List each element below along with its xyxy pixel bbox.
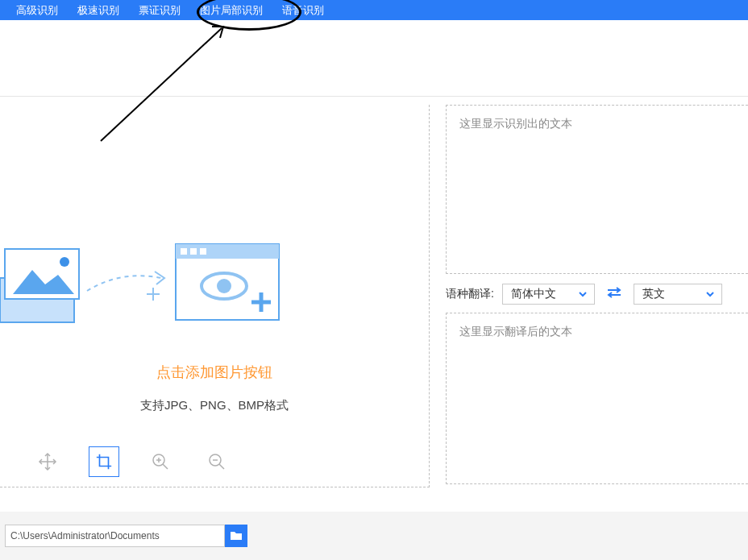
- move-icon: [38, 452, 57, 471]
- zoom-out-icon: [207, 452, 226, 471]
- tab-ticket-ocr[interactable]: 票证识别: [129, 0, 190, 20]
- svg-rect-9: [181, 248, 187, 255]
- zoom-in-tool[interactable]: [145, 446, 176, 477]
- target-language-value: 英文: [642, 287, 665, 301]
- translated-text-box[interactable]: 这里显示翻译后的文本: [446, 313, 748, 484]
- tab-voice-recognition[interactable]: 语音识别: [272, 0, 334, 20]
- svg-rect-10: [190, 248, 197, 255]
- chevron-down-icon: [578, 289, 588, 299]
- target-language-select[interactable]: 英文: [634, 284, 722, 305]
- image-tool-row: [32, 446, 232, 477]
- upload-prompt: 点击添加图片按钮 支持JPG、PNG、BMP格式: [0, 246, 429, 413]
- svg-point-13: [217, 279, 231, 293]
- main-area: 点击添加图片按钮 支持JPG、PNG、BMP格式: [0, 97, 748, 487]
- chevron-down-icon: [705, 289, 715, 299]
- header-spacer: [0, 20, 748, 97]
- translate-label: 语种翻译:: [446, 287, 494, 301]
- translate-bar: 语种翻译: 简体中文 英文: [446, 274, 748, 313]
- swap-languages-button[interactable]: [603, 286, 625, 303]
- move-tool[interactable]: [32, 446, 63, 477]
- svg-rect-11: [200, 248, 206, 255]
- tab-fast-ocr[interactable]: 极速识别: [68, 0, 129, 20]
- zoom-in-icon: [151, 452, 170, 471]
- tab-partial-ocr[interactable]: 图片局部识别: [190, 0, 272, 20]
- folder-icon: [230, 530, 243, 541]
- output-path-input[interactable]: C:\Users\Administrator\Documents: [5, 525, 225, 547]
- svg-point-3: [60, 257, 69, 267]
- bottom-bar: C:\Users\Administrator\Documents: [0, 512, 748, 560]
- browse-folder-button[interactable]: [225, 525, 247, 547]
- upload-subtitle: 支持JPG、PNG、BMP格式: [0, 398, 429, 413]
- svg-line-23: [219, 464, 224, 469]
- svg-line-19: [163, 464, 168, 469]
- source-language-value: 简体中文: [511, 287, 556, 301]
- swap-icon: [606, 286, 622, 299]
- source-language-select[interactable]: 简体中文: [502, 284, 595, 305]
- recognized-text-box[interactable]: 这里显示识别出的文本: [446, 105, 748, 274]
- image-drop-panel[interactable]: 点击添加图片按钮 支持JPG、PNG、BMP格式: [0, 105, 430, 487]
- top-nav-bar: 高级识别 极速识别 票证识别 图片局部识别 语音识别: [0, 0, 748, 20]
- upload-graphics: [0, 246, 429, 326]
- tab-advanced-ocr[interactable]: 高级识别: [6, 0, 68, 20]
- zoom-out-tool[interactable]: [202, 446, 232, 477]
- crop-tool[interactable]: [89, 446, 119, 477]
- upload-title: 点击添加图片按钮: [0, 363, 429, 382]
- crop-icon: [95, 453, 113, 471]
- right-panel: 这里显示识别出的文本 语种翻译: 简体中文 英文 这里显示翻译后的文本: [446, 97, 748, 487]
